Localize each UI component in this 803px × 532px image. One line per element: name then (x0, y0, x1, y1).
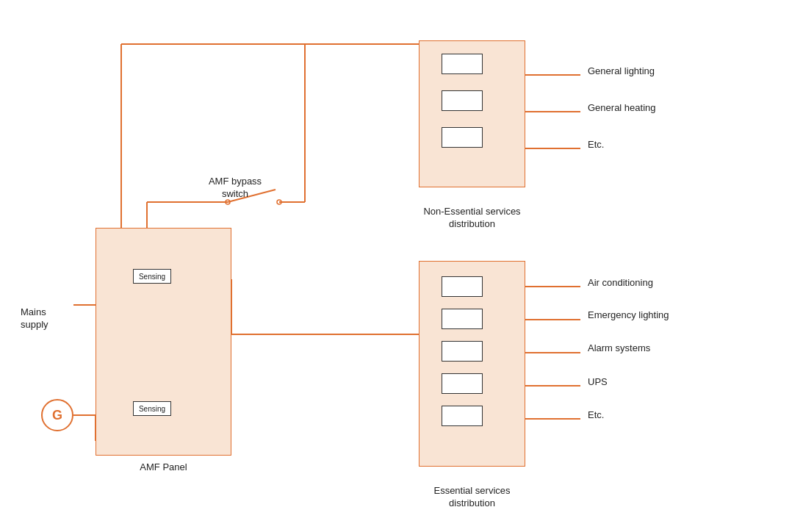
sensing-label-top: Sensing (139, 273, 165, 281)
amf-panel-label: AMF Panel (96, 461, 231, 474)
breaker-e-2 (442, 309, 483, 329)
ne-label-2: General heating (588, 102, 656, 115)
sensing-label-bottom: Sensing (139, 405, 165, 413)
essential-label: Essential services distribution (404, 472, 540, 510)
non-essential-box (419, 40, 525, 187)
mains-supply-label: Mains supply (21, 294, 48, 331)
amf-panel-box: Sensing Sensing (96, 228, 231, 456)
breaker-e-5 (442, 406, 483, 426)
essential-box (419, 261, 525, 467)
amf-bypass-label: AMF bypass switch (191, 163, 279, 201)
generator-symbol: G (41, 399, 73, 431)
breaker-e-3 (442, 341, 483, 362)
e-label-3: Alarm systems (588, 342, 650, 355)
svg-point-49 (226, 200, 230, 204)
e-label-2: Emergency lighting (588, 309, 669, 322)
breaker-e-1 (442, 276, 483, 297)
e-label-5: Etc. (588, 409, 604, 422)
breaker-ne-2 (442, 90, 483, 111)
ne-label-1: General lighting (588, 65, 655, 78)
breaker-e-4 (442, 373, 483, 394)
breaker-ne-1 (442, 54, 483, 74)
sensing-box-bottom: Sensing (133, 401, 171, 416)
breaker-ne-3 (442, 127, 483, 148)
svg-point-50 (277, 200, 281, 204)
e-label-4: UPS (588, 376, 608, 389)
ne-label-3: Etc. (588, 139, 604, 151)
sensing-box-top: Sensing (133, 269, 171, 284)
e-label-1: Air conditioning (588, 277, 653, 290)
diagram: Sensing Sensing AMF Panel Mains supply G… (0, 0, 803, 532)
non-essential-label: Non-Essential services distribution (404, 193, 540, 231)
